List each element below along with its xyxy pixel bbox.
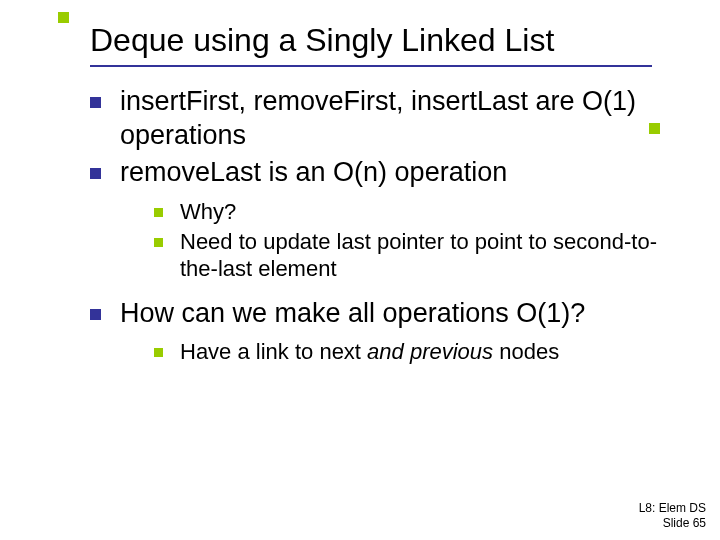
slide-title: Deque using a Singly Linked List <box>90 22 680 59</box>
bullet-item: removeLast is an O(n) operation Why? Nee… <box>90 156 684 282</box>
footer-line: L8: Elem DS <box>639 501 706 515</box>
accent-square-icon <box>58 12 69 23</box>
bullet-text: How can we make all operations O(1)? <box>120 298 585 328</box>
bullet-text-emph: and previous <box>367 339 493 364</box>
bullet-text-part: nodes <box>493 339 559 364</box>
title-underline <box>90 65 652 67</box>
bullet-item: How can we make all operations O(1)? Hav… <box>90 297 684 366</box>
bullet-text: Need to update last pointer to point to … <box>180 229 657 282</box>
bullet-text: insertFirst, removeFirst, insertLast are… <box>120 86 636 150</box>
title-area: Deque using a Singly Linked List <box>0 0 720 71</box>
bullet-sublist: Have a link to next and previous nodes <box>120 338 684 366</box>
bullet-text-part: Have a link to next <box>180 339 367 364</box>
bullet-list: insertFirst, removeFirst, insertLast are… <box>90 85 684 366</box>
bullet-sublist: Why? Need to update last pointer to poin… <box>120 198 684 283</box>
bullet-subitem: Why? <box>154 198 684 226</box>
footer-line: Slide 65 <box>639 516 706 530</box>
slide: Deque using a Singly Linked List insertF… <box>0 0 720 540</box>
bullet-subitem: Have a link to next and previous nodes <box>154 338 684 366</box>
body-area: insertFirst, removeFirst, insertLast are… <box>0 71 720 366</box>
slide-footer: L8: Elem DS Slide 65 <box>639 501 706 530</box>
bullet-text: Why? <box>180 199 236 224</box>
bullet-item: insertFirst, removeFirst, insertLast are… <box>90 85 684 153</box>
bullet-subitem: Need to update last pointer to point to … <box>154 228 684 283</box>
bullet-text: removeLast is an O(n) operation <box>120 157 507 187</box>
